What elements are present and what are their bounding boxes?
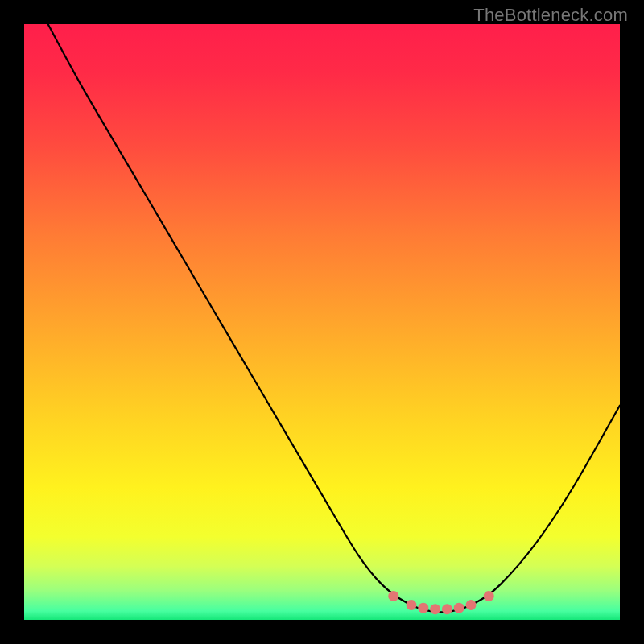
optimal-marker: [454, 603, 464, 613]
watermark-text: TheBottleneck.com: [473, 5, 628, 26]
optimal-marker: [484, 591, 494, 601]
optimal-marker: [430, 604, 440, 614]
bottleneck-plot: [24, 24, 620, 620]
optimal-marker: [418, 603, 428, 613]
optimal-marker: [388, 591, 398, 601]
gradient-background: [24, 24, 620, 620]
optimal-marker: [442, 604, 452, 614]
optimal-marker: [407, 600, 417, 610]
optimal-marker: [466, 600, 477, 610]
